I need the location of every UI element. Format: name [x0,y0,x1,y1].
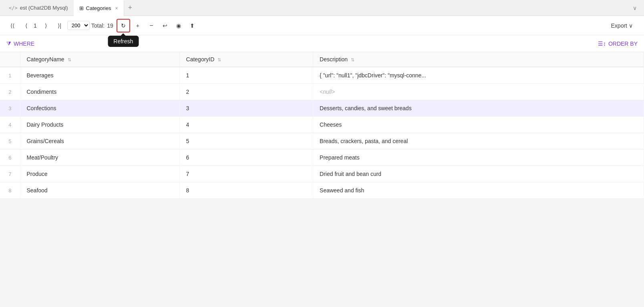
sort-icon-categoryname: ⇅ [68,57,71,62]
first-page-button[interactable]: ⟨⟨ [6,20,18,32]
tabs-collapse-button[interactable]: ∨ [629,5,641,11]
next-page-button[interactable]: ⟩ [40,20,52,32]
cell-description: Desserts, candies, and sweet breads [313,100,644,117]
col-header-description[interactable]: Description ⇅ [313,52,644,67]
where-filter[interactable]: ⧩ WHERE [6,40,34,47]
tab-db[interactable]: </> est (Chat2DB Mysql) [3,0,74,16]
table-header-row: CategoryName ⇅ CategoryID ⇅ Description … [0,52,644,67]
cell-categoryid: 3 [179,100,313,117]
refresh-wrapper: ↻ Refresh [117,19,130,32]
cell-description: Cheeses [313,117,644,133]
filter-icon: ⧩ [6,40,11,47]
table-icon: ⊞ [79,5,84,11]
total-label: Total: [91,22,105,29]
sort-icon-description: ⇅ [351,57,354,62]
cell-rownum: 2 [0,84,20,100]
tab-bar: </> est (Chat2DB Mysql) ⊞ Categories × +… [0,0,644,16]
col-header-categoryid[interactable]: CategoryID ⇅ [179,52,313,67]
cell-categoryid: 6 [179,149,313,166]
col-header-rownum [0,52,20,67]
tab-categories[interactable]: ⊞ Categories × [74,0,124,16]
add-row-button[interactable]: + [132,20,144,32]
table-row[interactable]: 8Seafood8Seaweed and fish [0,182,644,199]
preview-button[interactable]: ◉ [173,20,185,32]
page-size-select[interactable]: 200 100 500 [67,21,90,30]
cell-rownum: 1 [0,67,20,84]
cell-categoryname: Grains/Cereals [20,133,179,149]
table-row[interactable]: 7Produce7Dried fruit and bean curd [0,166,644,182]
cell-categoryname: Seafood [20,182,179,199]
cell-categoryid: 4 [179,117,313,133]
cell-categoryid: 5 [179,133,313,149]
col-header-categoryname[interactable]: CategoryName ⇅ [20,52,179,67]
cell-rownum: 7 [0,166,20,182]
export-chevron-icon: ∨ [629,22,633,29]
cell-categoryname: Condiments [20,84,179,100]
cell-categoryname: Produce [20,166,179,182]
cell-categoryname: Meat/Poultry [20,149,179,166]
orderby-filter[interactable]: ☰↕ ORDER BY [598,40,638,47]
cell-categoryid: 7 [179,166,313,182]
cell-description: { "url": "null1", "jdbcDriver": "mysql-c… [313,67,644,84]
cell-description: Seaweed and fish [313,182,644,199]
export-button[interactable]: Export ∨ [606,20,638,31]
toolbar: ⟨⟨ ⟨ 1 ⟩ ⟩| 200 100 500 Total: 19 ↻ Refr… [0,16,644,35]
tab-categories-label: Categories [86,5,111,11]
table-row[interactable]: 1Beverages1{ "url": "null1", "jdbcDriver… [0,67,644,84]
current-page: 1 [34,22,37,29]
last-page-button[interactable]: ⟩| [54,20,66,32]
cell-rownum: 8 [0,182,20,199]
data-table-container: CategoryName ⇅ CategoryID ⇅ Description … [0,52,644,199]
total-info: Total: 19 [91,22,113,29]
cell-rownum: 3 [0,100,20,117]
orderby-label: ORDER BY [608,40,638,47]
table-row[interactable]: 2Condiments2<null> [0,84,644,100]
cell-categoryid: 1 [179,67,313,84]
cell-description: Breads, crackers, pasta, and cereal [313,133,644,149]
table-body: 1Beverages1{ "url": "null1", "jdbcDriver… [0,67,644,199]
delete-row-button[interactable]: − [145,20,157,32]
page-info: 1 [34,22,37,29]
table-row[interactable]: 5Grains/Cereals5Breads, crackers, pasta,… [0,133,644,149]
tab-add-button[interactable]: + [124,4,137,12]
filter-bar: ⧩ WHERE ☰↕ ORDER BY [0,35,644,52]
cell-categoryname: Dairy Products [20,117,179,133]
cell-categoryid: 8 [179,182,313,199]
cell-rownum: 4 [0,117,20,133]
prev-page-button[interactable]: ⟨ [20,20,32,32]
data-table: CategoryName ⇅ CategoryID ⇅ Description … [0,52,644,199]
cell-rownum: 6 [0,149,20,166]
cell-rownum: 5 [0,133,20,149]
undo-button[interactable]: ↩ [159,20,171,32]
cell-categoryname: Confections [20,100,179,117]
code-icon: </> [9,5,18,11]
where-label: WHERE [14,40,34,47]
total-count: 19 [107,22,113,29]
table-row[interactable]: 3Confections3Desserts, candies, and swee… [0,100,644,117]
refresh-button[interactable]: ↻ [117,19,130,32]
cell-description: Prepared meats [313,149,644,166]
cell-description: Dried fruit and bean curd [313,166,644,182]
cell-categoryname: Beverages [20,67,179,84]
upload-button[interactable]: ⬆ [186,20,198,32]
tab-close-icon[interactable]: × [115,6,118,11]
table-row[interactable]: 6Meat/Poultry6Prepared meats [0,149,644,166]
cell-categoryid: 2 [179,84,313,100]
sort-icon-categoryid: ⇅ [217,57,221,62]
cell-description: <null> [313,84,644,100]
orderby-icon: ☰↕ [598,40,606,47]
tab-db-label: est (Chat2DB Mysql) [20,5,68,11]
table-row[interactable]: 4Dairy Products4Cheeses [0,117,644,133]
